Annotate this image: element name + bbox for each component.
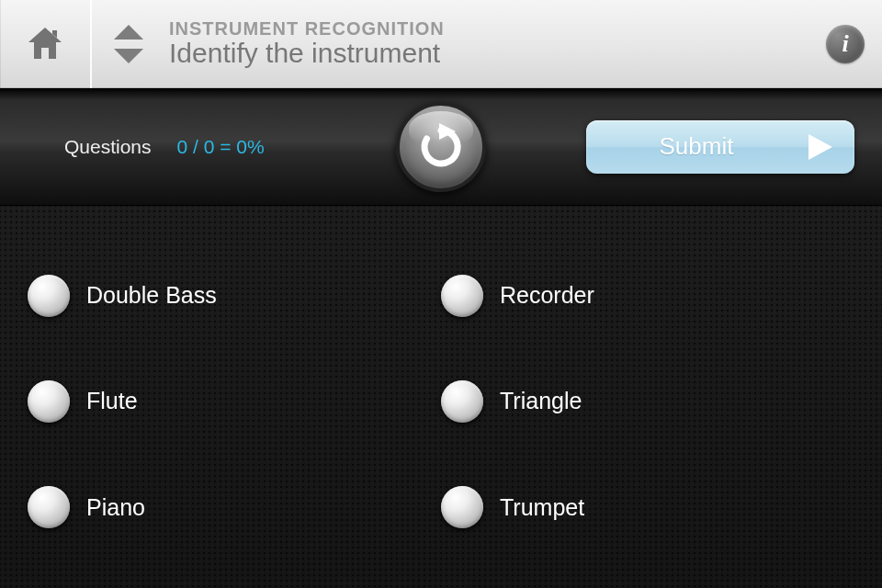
option-label: Triangle: [500, 388, 582, 414]
header-subtitle: INSTRUMENT RECOGNITION: [169, 18, 808, 40]
questions-value: 0 / 0 = 0%: [177, 136, 265, 158]
option-label: Trumpet: [500, 494, 584, 521]
option-flute[interactable]: Flute: [28, 348, 432, 454]
option-label: Double Bass: [86, 282, 217, 309]
option-triangle[interactable]: Triangle: [441, 348, 845, 454]
info-button[interactable]: i: [808, 25, 882, 63]
svg-marker-0: [114, 25, 143, 40]
header-titles: INSTRUMENT RECOGNITION Identify the inst…: [165, 18, 808, 69]
option-label: Recorder: [500, 282, 594, 309]
home-button[interactable]: [0, 0, 92, 88]
submit-button[interactable]: Submit: [586, 120, 854, 174]
svg-marker-3: [808, 134, 832, 160]
option-double-bass[interactable]: Double Bass: [28, 243, 432, 348]
sort-button[interactable]: [92, 0, 165, 88]
radio-icon: [28, 275, 70, 317]
status-bar: Questions 0 / 0 = 0% Submit: [0, 88, 882, 206]
option-recorder[interactable]: Recorder: [441, 243, 845, 348]
radio-icon: [441, 486, 483, 528]
header-bar: INSTRUMENT RECOGNITION Identify the inst…: [0, 0, 882, 88]
option-piano[interactable]: Piano: [28, 455, 432, 560]
header-title: Identify the instrument: [169, 38, 808, 69]
home-icon: [23, 22, 67, 66]
options-grid: Double Bass Recorder Flute Triangle Pian…: [0, 206, 882, 588]
sort-arrows-icon: [110, 21, 147, 67]
radio-icon: [441, 380, 483, 423]
play-icon: [808, 134, 832, 160]
option-trumpet[interactable]: Trumpet: [441, 455, 845, 560]
option-label: Flute: [86, 388, 138, 414]
questions-label: Questions: [64, 136, 152, 158]
option-label: Piano: [86, 494, 145, 521]
refresh-icon: [415, 121, 467, 173]
info-icon: i: [826, 25, 865, 63]
svg-marker-1: [114, 49, 143, 63]
radio-icon: [28, 380, 70, 423]
refresh-button[interactable]: [396, 102, 486, 192]
questions-status: Questions 0 / 0 = 0%: [0, 136, 368, 158]
radio-icon: [28, 486, 70, 528]
submit-label: Submit: [623, 132, 770, 161]
radio-icon: [441, 275, 483, 317]
